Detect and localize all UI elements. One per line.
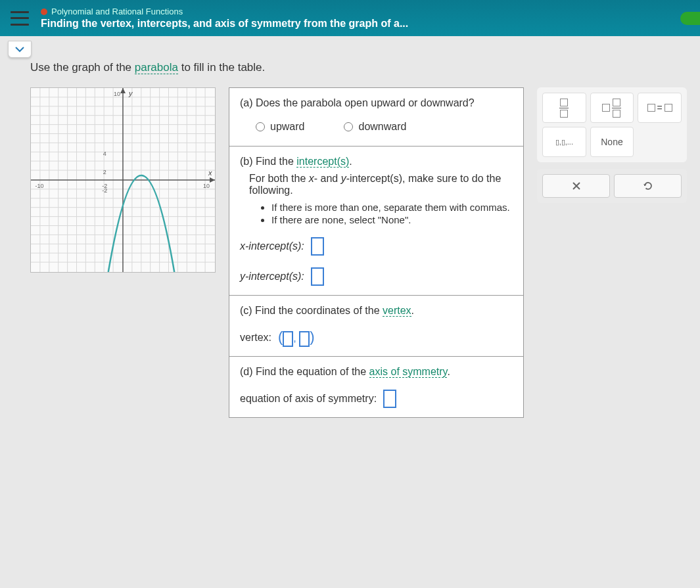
tool-list[interactable]: ▯,▯,... [542,127,586,157]
y-intercept-label: y-intercept(s): [240,271,304,283]
svg-text:x: x [208,169,212,177]
breadcrumb: Polynomial and Rational Functions [41,7,408,16]
axis-symmetry-input[interactable] [383,390,396,408]
radio-upward[interactable]: upward [256,121,304,133]
y-intercept-input[interactable] [311,267,324,286]
math-toolbox: = ▯,▯,... None [537,87,687,203]
instruction-suffix: to fill in the table. [178,61,265,74]
breadcrumb-text: Polynomial and Rational Functions [51,7,183,16]
tool-mixed-fraction[interactable] [590,93,634,123]
question-b-desc: For both the x- and y-intercept(s), make… [240,168,513,225]
radio-icon [256,122,265,131]
svg-text:2: 2 [103,169,106,175]
tool-list-label: ▯,▯,... [555,138,573,147]
vertex-input[interactable]: (, ) [278,328,315,347]
menu-icon[interactable] [11,11,29,26]
radio-downward-label: downward [358,121,406,133]
question-c-prompt: (c) Find the coordinates of the vertex. [240,305,513,317]
question-a: (a) Does the parabola open upward or dow… [229,88,523,147]
svg-marker-38 [210,177,215,183]
question-b-prompt: (b) Find the intercept(s). [240,156,513,168]
radio-upward-label: upward [270,121,304,133]
question-d: (d) Find the equation of the axis of sym… [229,357,523,417]
x-intercept-label: x-intercept(s): [240,240,304,252]
question-b: (b) Find the intercept(s). For both the … [229,147,523,296]
instruction-text: Use the graph of the parabola to fill in… [30,61,687,74]
svg-text:10: 10 [114,91,120,97]
term-vertex[interactable]: vertex [383,305,411,317]
term-axis-symmetry[interactable]: axis of symmetry [369,366,448,378]
svg-text:10: 10 [203,183,210,189]
vertex-label: vertex: [240,332,271,344]
svg-text:-2: -2 [102,187,107,194]
bullet-separate: If there is more than one, separate them… [271,202,513,213]
module-marker-icon [41,9,47,15]
question-d-prompt: (d) Find the equation of the axis of sym… [240,366,513,378]
tool-none[interactable]: None [590,127,634,157]
term-intercepts[interactable]: intercept(s) [296,156,349,168]
reset-button[interactable] [614,174,682,198]
instruction-prefix: Use the graph of the [30,61,135,74]
question-c: (c) Find the coordinates of the vertex. … [229,296,523,357]
tool-none-label: None [601,137,622,147]
app-header: Polynomial and Rational Functions Findin… [0,0,700,36]
header-right-indicator [680,12,700,25]
question-table: (a) Does the parabola open upward or dow… [229,87,524,418]
axis-symmetry-label: equation of axis of symmetry: [240,393,377,405]
svg-text:4: 4 [103,150,106,157]
bullet-none: If there are none, select "None". [271,214,513,225]
question-a-prompt: (a) Does the parabola open upward or dow… [240,97,513,109]
x-intercept-input[interactable] [311,237,324,256]
clear-button[interactable] [542,174,610,198]
term-parabola[interactable]: parabola [135,61,178,74]
radio-downward[interactable]: downward [344,121,406,133]
svg-text:y: y [128,89,133,97]
svg-marker-39 [120,88,126,93]
collapse-toggle[interactable] [8,41,32,58]
svg-text:-10: -10 [35,183,43,189]
content-area: Use the graph of the parabola to fill in… [0,36,700,431]
parabola-graph: -1010 10 -2 2 4 -2 y x [30,87,216,273]
tool-equals[interactable]: = [638,93,682,123]
radio-icon [344,122,353,131]
page-title: Finding the vertex, intercepts, and axis… [41,18,408,30]
tool-fraction[interactable] [542,93,586,123]
